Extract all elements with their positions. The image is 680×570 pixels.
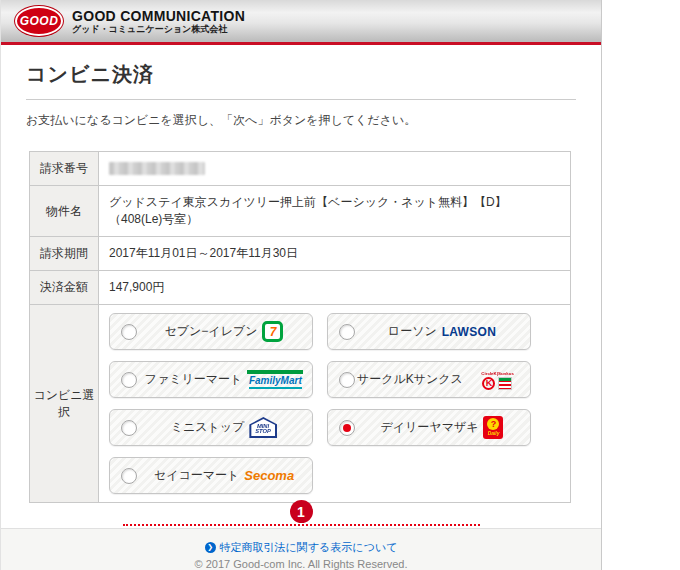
page-title: コンビニ決済 (26, 61, 576, 88)
site-footer: ❯ 特定商取引法に関する表示について © 2017 Good-com Inc. … (1, 528, 601, 570)
radio-seven-eleven[interactable] (121, 324, 137, 340)
store-label: ファミリーマート (145, 371, 243, 388)
arrow-right-icon: ❯ (205, 542, 216, 553)
store-option-seicomart[interactable]: セイコーマート Secoma (109, 457, 313, 494)
store-options-row: ファミリーマート FamilyMart (109, 361, 560, 398)
page: GOOD GOOD COMMUNICATION グッド・コミュニケーション株式会… (0, 0, 680, 570)
radio-ministop[interactable] (121, 420, 137, 436)
table-row: 請求期間 2017年11月01日～2017年11月30日 (30, 237, 571, 271)
brand-block: GOOD COMMUNICATION グッド・コミュニケーション株式会社 (72, 8, 245, 34)
company-name-en: GOOD COMMUNICATION (72, 8, 245, 24)
store-option-circlek-sunkus[interactable]: サークルKサンクス CircleK|Sunkus K (327, 361, 531, 398)
sunkus-stripes-icon (498, 377, 512, 390)
masked-invoice-number (109, 162, 205, 175)
site-header: GOOD GOOD COMMUNICATION グッド・コミュニケーション株式会… (1, 0, 601, 45)
property-name-value: グッドステイ東京スカイツリー押上前【ベーシック・ネット無料】【D】（408(Le… (99, 186, 571, 237)
company-name-jp: グッド・コミュニケーション株式会社 (72, 24, 245, 34)
store-options-row: セイコーマート Secoma (109, 457, 560, 494)
store-option-seven-eleven[interactable]: セブン−イレブン 7 (109, 313, 313, 350)
store-label: ミニストップ (171, 419, 245, 436)
secoma-icon: Secoma (244, 468, 294, 483)
table-row: 決済金額 147,900円 (30, 271, 571, 305)
daily-yamazaki-icon: ? Daily (483, 416, 503, 439)
store-label: サークルKサンクス (357, 371, 463, 388)
seven-eleven-icon: 7 (262, 321, 283, 342)
store-options-grid: セブン−イレブン 7 ローソン LAWSON (109, 313, 560, 494)
title-divider (26, 99, 576, 100)
invoice-number-value (99, 152, 571, 186)
legal-link-label: 特定商取引法に関する表示について (220, 540, 398, 555)
store-option-lawson[interactable]: ローソン LAWSON (327, 313, 531, 350)
billing-period-value: 2017年11月01日～2017年11月30日 (99, 237, 571, 271)
copyright-text: © 2017 Good-com Inc. All Rights Reserved… (1, 558, 601, 570)
annotation-step-badge: 1 (290, 500, 313, 523)
store-option-familymart[interactable]: ファミリーマート FamilyMart (109, 361, 313, 398)
familymart-icon: FamilyMart (247, 370, 303, 389)
page-container: GOOD GOOD COMMUNICATION グッド・コミュニケーション株式会… (0, 0, 602, 570)
table-row: 物件名 グッドステイ東京スカイツリー押上前【ベーシック・ネット無料】【D】（40… (30, 186, 571, 237)
amount-label: 決済金額 (30, 271, 99, 305)
good-logo-icon: GOOD (15, 6, 63, 36)
invoice-table: 請求番号 物件名 グッドステイ東京スカイツリー押上前【ベーシック・ネット無料】【… (29, 151, 571, 503)
store-options-row: ミニストップ MINISTOP (109, 409, 560, 446)
lawson-icon: LAWSON (442, 325, 496, 339)
table-row: コンビニ選択 セブン−イレブン 7 (30, 305, 571, 503)
store-options-row: セブン−イレブン 7 ローソン LAWSON (109, 313, 560, 350)
ministop-icon: MINISTOP (249, 417, 277, 438)
radio-familymart[interactable] (121, 372, 137, 388)
store-label: セブン−イレブン (165, 323, 258, 340)
main-content: コンビニ決済 お支払いになるコンビニを選択し、「次へ」ボタンを押してください。 … (1, 61, 601, 570)
store-options-cell: セブン−イレブン 7 ローソン LAWSON (99, 305, 571, 503)
store-label: セイコーマート (154, 467, 239, 484)
table-row: 請求番号 (30, 152, 571, 186)
billing-period-label: 請求期間 (30, 237, 99, 271)
circlek-k-icon: K (482, 377, 495, 390)
legal-disclosure-link[interactable]: ❯ 特定商取引法に関する表示について (205, 540, 398, 555)
store-option-ministop[interactable]: ミニストップ MINISTOP (109, 409, 313, 446)
store-option-daily-yamazaki[interactable]: デイリーヤマザキ ? Daily (327, 409, 531, 446)
radio-seicomart[interactable] (121, 468, 137, 484)
radio-daily-yamazaki-selected[interactable] (339, 420, 355, 436)
store-label: デイリーヤマザキ (381, 419, 479, 436)
familymart-green-bar (247, 370, 303, 374)
store-select-label: コンビニ選択 (30, 305, 99, 503)
circlek-sunkus-icon: CircleK|Sunkus K (468, 370, 527, 390)
radio-lawson[interactable] (339, 324, 355, 340)
invoice-number-label: 請求番号 (30, 152, 99, 186)
amount-value: 147,900円 (99, 271, 571, 305)
store-label: ローソン (388, 323, 437, 340)
property-name-label: 物件名 (30, 186, 99, 237)
radio-circlek-sunkus[interactable] (339, 372, 355, 388)
instruction-text: お支払いになるコンビニを選択し、「次へ」ボタンを押してください。 (26, 112, 576, 129)
